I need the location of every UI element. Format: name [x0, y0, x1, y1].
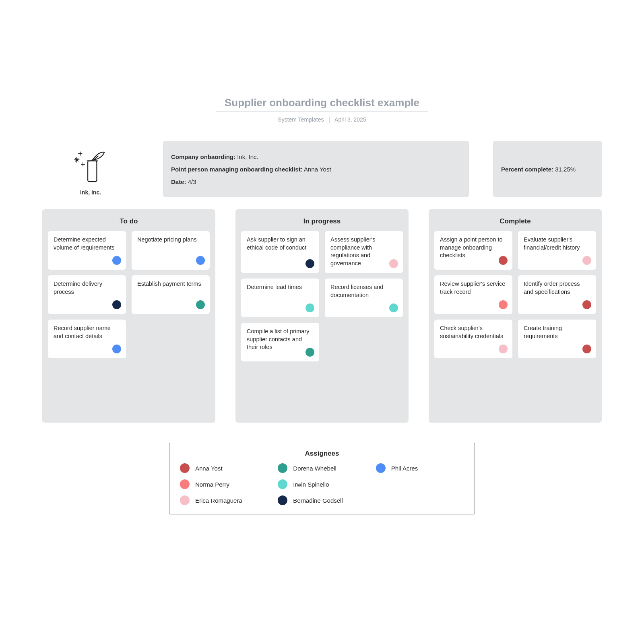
task-text: Identify order process and specification…: [524, 280, 590, 296]
column-title: Complete: [434, 217, 596, 225]
task-card[interactable]: Determine expected volume of requirement…: [48, 231, 126, 270]
legend-dot: [376, 463, 386, 473]
assignee-dot: [582, 345, 591, 353]
kanban-column: CompleteAssign a point person to manage …: [429, 209, 602, 423]
task-text: Ask supplier to sign an ethical code of …: [247, 236, 314, 252]
task-text: Compile a list of primary supplier conta…: [247, 328, 314, 351]
task-text: Assign a point person to manage onboardi…: [440, 236, 507, 260]
task-text: Check supplier's sustainability credenti…: [440, 324, 507, 340]
legend-dot: [278, 495, 287, 505]
assignee-dot: [582, 256, 591, 265]
meta-company: Company onbaording: Ink, Inc.: [171, 153, 461, 160]
task-text: Record supplier name and contact details: [54, 324, 120, 340]
assignee-dot: [499, 256, 508, 265]
legend-grid: Anna YostDorena WhebellPhil AcresNorma P…: [180, 463, 464, 505]
meta-point-value: Anna Yost: [304, 166, 331, 173]
legend-item: Erica Romaguera: [180, 495, 268, 505]
task-card[interactable]: Compile a list of primary supplier conta…: [241, 323, 319, 361]
kanban-board: To doDetermine expected volume of requir…: [42, 209, 602, 423]
cards-grid: Assign a point person to manage onboardi…: [434, 231, 596, 358]
task-card[interactable]: Determine delivery process: [48, 275, 126, 314]
legend-dot: [278, 463, 287, 473]
meta-date: Date: 4/3: [171, 178, 461, 185]
info-row: Ink, Inc. Company onbaording: Ink, Inc. …: [42, 141, 602, 197]
title-block: Supplier onboarding checklist example Sy…: [0, 97, 644, 123]
ink-logo-icon: [66, 147, 115, 185]
legend-name: Norma Perry: [195, 481, 229, 488]
task-text: Evaluate supplier's financial/credit his…: [524, 236, 590, 252]
assignee-dot: [305, 259, 314, 268]
task-card[interactable]: Review supplier's service track record: [434, 275, 512, 314]
task-card[interactable]: Identify order process and specification…: [518, 275, 596, 314]
subtitle-separator: |: [328, 116, 330, 123]
task-card[interactable]: Assign a point person to manage onboardi…: [434, 231, 512, 270]
task-card[interactable]: Record supplier name and contact details: [48, 320, 126, 358]
task-text: Determine expected volume of requirement…: [54, 236, 120, 252]
column-title: To do: [48, 217, 210, 225]
task-text: Establish payment terms: [137, 280, 204, 288]
diagram-canvas: { "title": "Supplier onboarding checklis…: [0, 0, 644, 644]
task-card[interactable]: Determine lead times: [241, 279, 319, 317]
svg-rect-0: [88, 161, 97, 182]
task-card[interactable]: Negotiate pricing plans: [132, 231, 210, 270]
meta-date-value: 4/3: [188, 178, 196, 185]
cards-grid: Ask supplier to sign an ethical code of …: [241, 231, 403, 361]
percent-value: 31.25%: [555, 166, 576, 173]
task-card[interactable]: Assess supplier's compliance with regula…: [325, 231, 403, 273]
logo-column: Ink, Inc.: [42, 141, 139, 197]
assignee-dot: [112, 300, 121, 309]
task-card[interactable]: Ask supplier to sign an ethical code of …: [241, 231, 319, 273]
legend-title: Assignees: [180, 450, 464, 458]
assignee-dot: [389, 303, 398, 312]
assignee-dot: [305, 348, 314, 357]
task-card[interactable]: Create training requirements: [518, 320, 596, 358]
legend-name: Dorena Whebell: [293, 465, 336, 472]
assignee-dot: [305, 303, 314, 312]
meta-company-label: Company onbaording:: [171, 153, 235, 160]
legend-name: Anna Yost: [195, 465, 223, 472]
task-text: Review supplier's service track record: [440, 280, 507, 296]
legend-item: Norma Perry: [180, 479, 268, 489]
meta-date-label: Date:: [171, 178, 186, 185]
page-subtitle: System Templates | April 3, 2025: [0, 116, 644, 123]
legend-name: Phil Acres: [391, 465, 418, 472]
meta-company-value: Ink, Inc.: [237, 153, 258, 160]
legend-name: Erica Romaguera: [195, 497, 242, 504]
task-text: Record licenses and documentation: [330, 283, 397, 299]
column-title: In progress: [241, 217, 403, 225]
legend-dot: [180, 479, 190, 489]
legend-item: Phil Acres: [376, 463, 464, 473]
task-card[interactable]: Evaluate supplier's financial/credit his…: [518, 231, 596, 270]
task-text: Determine lead times: [247, 283, 314, 291]
legend-name: Bernadine Godsell: [293, 497, 343, 504]
task-text: Determine delivery process: [54, 280, 120, 296]
legend-item: Dorena Whebell: [278, 463, 366, 473]
task-card[interactable]: Establish payment terms: [132, 275, 210, 314]
legend-item: Irwin Spinello: [278, 479, 366, 489]
task-card[interactable]: Check supplier's sustainability credenti…: [434, 320, 512, 358]
assignee-dot: [499, 300, 508, 309]
percent-card: Percent complete: 31.25%: [493, 141, 602, 197]
legend-dot: [278, 479, 287, 489]
kanban-column: To doDetermine expected volume of requir…: [42, 209, 215, 423]
subtitle-date: April 3, 2025: [334, 116, 366, 123]
kanban-column: In progressAsk supplier to sign an ethic…: [235, 209, 409, 423]
meta-card: Company onbaording: Ink, Inc. Point pers…: [163, 141, 469, 197]
assignee-dot: [499, 345, 508, 353]
percent-line: Percent complete: 31.25%: [501, 166, 594, 173]
assignees-legend: Assignees Anna YostDorena WhebellPhil Ac…: [169, 443, 475, 514]
percent-label: Percent complete:: [501, 166, 553, 173]
legend-dot: [180, 495, 190, 505]
assignee-dot: [112, 256, 121, 265]
cards-grid: Determine expected volume of requirement…: [48, 231, 210, 358]
assignee-dot: [112, 345, 121, 353]
logo-name: Ink, Inc.: [80, 189, 101, 196]
legend-dot: [180, 463, 190, 473]
task-text: Negotiate pricing plans: [137, 236, 204, 244]
meta-point-label: Point person managing onboarding checkli…: [171, 166, 303, 173]
task-text: Assess supplier's compliance with regula…: [330, 236, 397, 267]
meta-point-person: Point person managing onboarding checkli…: [171, 166, 461, 173]
legend-item: Bernadine Godsell: [278, 495, 366, 505]
task-card[interactable]: Record licenses and documentation: [325, 279, 403, 317]
legend-item: Anna Yost: [180, 463, 268, 473]
